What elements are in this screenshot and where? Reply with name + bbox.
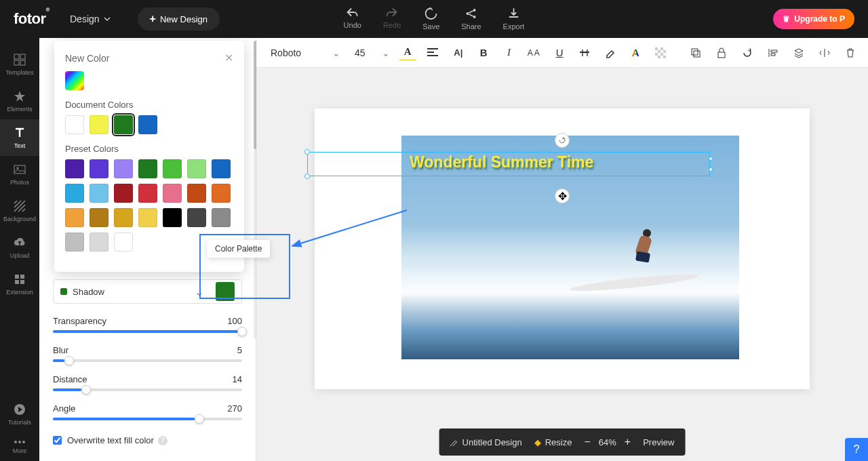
sidebar-item-tutorials[interactable]: Tutorials — [0, 396, 39, 433]
checker-button[interactable] — [653, 45, 669, 61]
preset-color-swatch[interactable] — [114, 159, 133, 178]
align-objects-button[interactable] — [765, 45, 781, 61]
preset-color-swatch[interactable] — [138, 208, 157, 227]
layers-button[interactable] — [791, 45, 807, 61]
resize-handle[interactable] — [304, 149, 310, 155]
transparency-label: Transparency — [53, 316, 106, 326]
preset-color-swatch[interactable] — [212, 159, 231, 178]
sidebar-item-extension[interactable]: Extension — [0, 266, 39, 302]
preset-color-swatch[interactable] — [90, 184, 108, 203]
preset-color-swatch[interactable] — [90, 208, 108, 227]
svg-rect-28 — [663, 56, 666, 58]
underline-button[interactable]: U — [551, 45, 567, 61]
resize-button[interactable]: ◆ Resize — [534, 437, 572, 447]
rotate-button[interactable] — [739, 45, 755, 61]
blur-slider[interactable] — [53, 359, 242, 362]
preset-color-swatch[interactable] — [65, 208, 84, 227]
undo-button[interactable]: Undo — [344, 7, 361, 31]
preset-color-swatch[interactable] — [114, 233, 133, 252]
sidebar-item-text[interactable]: Text — [0, 119, 39, 156]
copy-button[interactable] — [688, 45, 704, 61]
doc-color-swatch[interactable] — [65, 115, 84, 134]
transparency-slider[interactable] — [53, 330, 242, 333]
new-design-button[interactable]: + New Design — [138, 7, 220, 31]
preset-color-swatch[interactable] — [65, 233, 84, 252]
preset-color-swatch[interactable] — [212, 208, 231, 227]
design-menu[interactable]: Design — [70, 14, 111, 24]
svg-rect-30 — [694, 51, 700, 57]
doc-color-swatch[interactable] — [138, 115, 157, 134]
info-icon[interactable]: ? — [158, 436, 167, 445]
angle-slider[interactable] — [53, 418, 242, 420]
shadow-select[interactable]: Shadow ⌄ — [53, 279, 242, 304]
preset-color-swatch[interactable] — [163, 159, 182, 178]
distance-slider[interactable] — [53, 388, 242, 391]
bold-button[interactable]: B — [475, 45, 491, 61]
preset-color-swatch[interactable] — [90, 159, 108, 178]
align-button[interactable] — [425, 45, 441, 61]
svg-rect-31 — [718, 52, 725, 58]
preset-color-swatch[interactable] — [163, 208, 182, 227]
zoom-value: 64% — [599, 437, 616, 447]
rotate-handle[interactable] — [555, 133, 570, 148]
doc-color-swatch[interactable] — [90, 115, 108, 134]
case-button[interactable]: A| — [450, 45, 466, 61]
text-color-button[interactable]: A — [399, 45, 415, 61]
highlight-button[interactable] — [602, 45, 618, 61]
preset-color-swatch[interactable] — [163, 184, 182, 203]
zoom-in-button[interactable]: + — [625, 436, 631, 448]
share-button[interactable]: Share — [461, 7, 481, 31]
sidebar-item-background[interactable]: Background — [0, 193, 39, 229]
overwrite-checkbox[interactable] — [53, 436, 62, 445]
preset-color-swatch[interactable] — [90, 233, 108, 252]
zoom-out-button[interactable]: − — [584, 436, 590, 448]
close-icon[interactable]: ✕ — [224, 52, 233, 64]
preset-color-swatch[interactable] — [65, 159, 84, 178]
letter-spacing-button[interactable]: AA — [526, 45, 542, 61]
preview-button[interactable]: Preview — [643, 437, 674, 447]
doc-color-swatch[interactable] — [114, 115, 133, 134]
font-select[interactable]: Roboto ⌄ — [266, 44, 345, 62]
shadow-color-swatch[interactable] — [216, 282, 235, 301]
sidebar-item-more[interactable]: More — [0, 433, 39, 461]
canvas-text[interactable]: Wonderful Summer Time — [410, 153, 593, 172]
elements-icon — [13, 89, 26, 103]
svg-rect-3 — [14, 54, 19, 59]
save-button[interactable]: Save — [422, 7, 439, 31]
resize-handle[interactable] — [709, 167, 713, 172]
delete-button[interactable] — [842, 45, 859, 61]
shadow-indicator-icon — [60, 288, 67, 295]
strikethrough-button[interactable]: H — [577, 45, 593, 61]
resize-handle[interactable] — [709, 157, 713, 161]
sidebar-item-elements[interactable]: Elements — [0, 83, 39, 119]
custom-color-swatch[interactable] — [65, 71, 84, 90]
preset-color-swatch[interactable] — [187, 159, 206, 178]
italic-button[interactable]: I — [501, 45, 517, 61]
preset-color-swatch[interactable] — [114, 208, 133, 227]
preset-color-swatch[interactable] — [138, 159, 157, 178]
preset-color-swatch[interactable] — [187, 208, 206, 227]
preset-color-swatch[interactable] — [138, 184, 157, 203]
overwrite-checkbox-row[interactable]: Overwrite text fill color ? — [53, 435, 242, 445]
flip-button[interactable] — [816, 45, 833, 61]
font-size-select[interactable]: 45 ⌄ — [355, 47, 390, 58]
sidebar-item-templates[interactable]: Templates — [0, 46, 39, 83]
lock-button[interactable] — [713, 45, 730, 61]
preset-color-swatch[interactable] — [114, 184, 133, 203]
resize-handle[interactable] — [304, 174, 310, 179]
help-button[interactable]: ? — [845, 438, 868, 461]
export-button[interactable]: Export — [503, 7, 525, 31]
preset-color-swatch[interactable] — [65, 184, 84, 203]
sidebar-item-upload[interactable]: Upload — [0, 229, 39, 266]
move-handle[interactable]: ✥ — [555, 188, 570, 203]
design-title[interactable]: Untitled Design — [450, 437, 522, 447]
upgrade-button[interactable]: ♛ Upgrade to P — [773, 9, 854, 29]
canvas-area[interactable]: Wonderful Summer Time ✥ Untitled Design … — [256, 68, 868, 461]
redo-button[interactable]: Redo — [383, 7, 401, 31]
chevron-down-icon[interactable]: ⌄ — [195, 285, 203, 298]
preset-color-swatch[interactable] — [187, 184, 206, 203]
svg-point-0 — [467, 12, 469, 15]
gradient-text-button[interactable]: A — [627, 45, 643, 61]
sidebar-item-photos[interactable]: Photos — [0, 156, 39, 193]
preset-color-swatch[interactable] — [212, 184, 231, 203]
